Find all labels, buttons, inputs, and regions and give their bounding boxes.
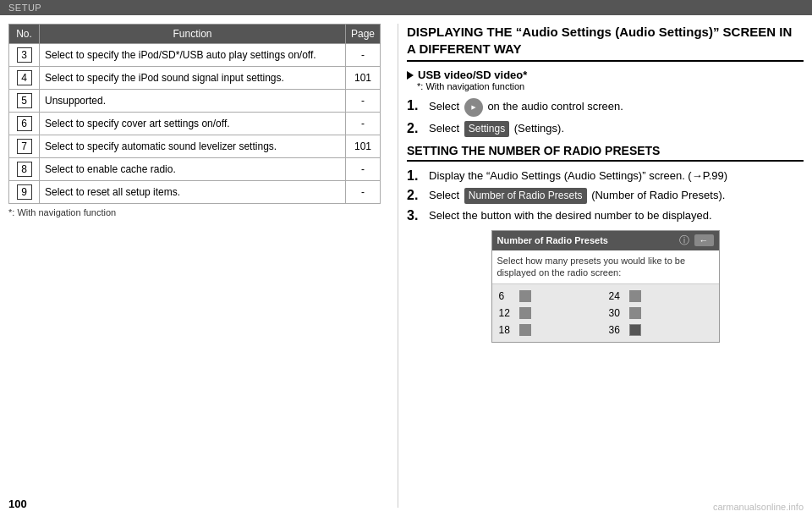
audio-control-icon <box>464 98 483 117</box>
usb-label: USB video/SD video* <box>418 69 527 81</box>
preset-item[interactable]: 6 <box>496 288 606 305</box>
back-button[interactable]: ← <box>694 234 714 246</box>
rstep-num-3: 3. <box>407 208 422 223</box>
table-footnote: *: With navigation function <box>8 207 381 217</box>
steps-section-1: 1. Select on the audio control screen. 2… <box>407 98 804 137</box>
row-page: - <box>345 181 380 204</box>
nav-note: *: With navigation function <box>417 81 804 91</box>
step-2-content: Select Settings (Settings). <box>429 121 804 137</box>
row-page: - <box>345 44 380 67</box>
row-function: Select to specify the iPod sound signal … <box>40 67 346 90</box>
step-num-2: 2. <box>407 121 422 136</box>
presets-grid: 6 24 12 30 18 36 <box>492 284 719 342</box>
row-no: 6 <box>9 113 40 135</box>
section1-title: DISPLAYING THE “Audio Settings (Audio Se… <box>407 24 804 62</box>
usb-section: USB video/SD video* *: With navigation f… <box>407 69 804 91</box>
step-num-1: 1. <box>407 98 422 113</box>
preset-checkbox[interactable] <box>519 307 531 319</box>
rstep-2: 2. Select Number of Radio Presets (Numbe… <box>407 188 804 204</box>
table-row: 6 Select to specify cover art settings o… <box>9 113 381 135</box>
table-row: 9 Select to reset all setup items. - <box>9 181 381 204</box>
row-no: 8 <box>9 158 40 181</box>
row-page: - <box>345 90 380 113</box>
radio-presets-badge: Number of Radio Presets <box>464 188 587 204</box>
row-function: Select to reset all setup items. <box>40 181 346 204</box>
step-1-content: Select on the audio control screen. <box>429 98 804 117</box>
rstep-2-content: Select Number of Radio Presets (Number o… <box>429 188 804 204</box>
preset-checkbox[interactable] <box>519 324 531 336</box>
preset-value: 18 <box>499 324 516 336</box>
rstep2-pre: Select <box>429 189 459 201</box>
col-no: No. <box>9 25 40 44</box>
presets-desc: Select how many presets you would like t… <box>492 250 719 284</box>
row-function: Unsupported. <box>40 90 346 113</box>
preset-value: 12 <box>499 307 516 319</box>
table-row: 8 Select to enable cache radio. - <box>9 158 381 181</box>
step-2: 2. Select Settings (Settings). <box>407 121 804 137</box>
row-no: 9 <box>9 181 40 204</box>
rstep-3-content: Select the button with the desired numbe… <box>429 208 804 223</box>
preset-item[interactable]: 18 <box>496 322 606 338</box>
col-page: Page <box>345 25 380 44</box>
usb-line: USB video/SD video* <box>407 69 804 81</box>
row-function: Select to specify cover art settings on/… <box>40 113 346 135</box>
row-page: 101 <box>345 135 380 158</box>
rstep-1-content: Display the “Audio Settings (Audio Setti… <box>429 168 804 184</box>
row-page: 101 <box>345 67 380 90</box>
header-bar: SETUP <box>0 0 812 15</box>
row-no: 4 <box>9 67 40 90</box>
section2-title: SETTING THE NUMBER OF RADIO PRESETS <box>407 144 804 162</box>
watermark: carmanualsonline.info <box>713 502 804 512</box>
preset-checkbox[interactable] <box>519 290 531 302</box>
table-row: 5 Unsupported. - <box>9 90 381 113</box>
row-no: 5 <box>9 90 40 113</box>
step-1: 1. Select on the audio control screen. <box>407 98 804 117</box>
rstep-1: 1. Display the “Audio Settings (Audio Se… <box>407 168 804 184</box>
preset-item[interactable]: 30 <box>606 305 716 322</box>
function-table: No. Function Page 3 Select to specify th… <box>8 24 381 204</box>
row-no: 7 <box>9 135 40 158</box>
step2-suffix: (Settings). <box>514 122 564 135</box>
preset-checkbox[interactable] <box>629 290 641 302</box>
right-panel: DISPLAYING THE “Audio Settings (Audio Se… <box>398 24 804 508</box>
presets-titlebar: Number of Radio Presets ⓘ ← <box>492 231 719 250</box>
presets-screen: Number of Radio Presets ⓘ ← Select how m… <box>491 230 720 343</box>
table-row: 7 Select to specify automatic sound leve… <box>9 135 381 158</box>
settings-badge: Settings <box>464 121 509 137</box>
preset-value: 24 <box>609 290 626 302</box>
titlebar-icons: ⓘ ← <box>679 234 714 248</box>
step1-suffix: on the audio control screen. <box>487 100 623 113</box>
preset-value: 6 <box>499 290 516 302</box>
col-function: Function <box>40 25 346 44</box>
step1-text: Select <box>429 100 459 113</box>
row-page: - <box>345 113 380 135</box>
preset-item[interactable]: 36 <box>606 322 716 338</box>
page-number: 100 <box>8 498 27 510</box>
row-function: Select to specify the iPod/SD*/USB auto … <box>40 44 346 67</box>
row-function: Select to enable cache radio. <box>40 158 346 181</box>
steps-section-2: 1. Display the “Audio Settings (Audio Se… <box>407 168 804 223</box>
preset-value: 36 <box>609 324 626 336</box>
row-page: - <box>345 158 380 181</box>
row-function: Select to specify automatic sound leveli… <box>40 135 346 158</box>
preset-item[interactable]: 12 <box>496 305 606 322</box>
rstep-3: 3. Select the button with the desired nu… <box>407 208 804 223</box>
preset-checkbox[interactable] <box>629 307 641 319</box>
rstep-num-2: 2. <box>407 188 422 203</box>
rstep-num-1: 1. <box>407 168 422 184</box>
audio-svg <box>468 102 480 113</box>
table-row: 3 Select to specify the iPod/SD*/USB aut… <box>9 44 381 67</box>
preset-value: 30 <box>609 307 626 319</box>
info-icon: ⓘ <box>679 234 689 248</box>
left-panel: No. Function Page 3 Select to specify th… <box>8 24 381 508</box>
step2-text: Select <box>429 122 459 135</box>
row-no: 3 <box>9 44 40 67</box>
preset-item[interactable]: 24 <box>606 288 716 305</box>
rstep2-suf: (Number of Radio Presets). <box>591 189 725 201</box>
table-row: 4 Select to specify the iPod sound signa… <box>9 67 381 90</box>
triangle-icon <box>407 71 414 80</box>
header-label: SETUP <box>8 3 41 13</box>
presets-screen-title: Number of Radio Presets <box>497 235 608 245</box>
preset-checkbox[interactable] <box>629 324 641 336</box>
